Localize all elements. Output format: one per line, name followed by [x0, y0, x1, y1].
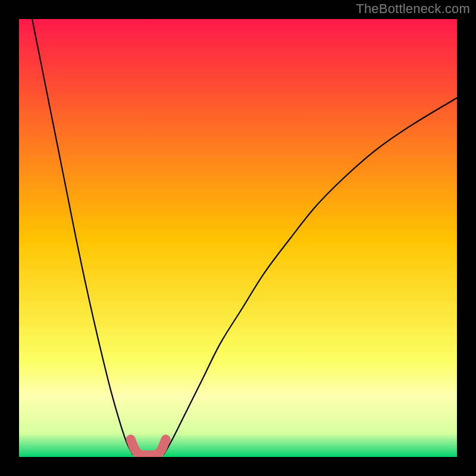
watermark-text: TheBottleneck.com	[356, 1, 470, 17]
bottleneck-chart	[0, 0, 476, 476]
plot-background	[19, 19, 457, 457]
chart-frame: { "watermark": "TheBottleneck.com", "cha…	[0, 0, 476, 476]
